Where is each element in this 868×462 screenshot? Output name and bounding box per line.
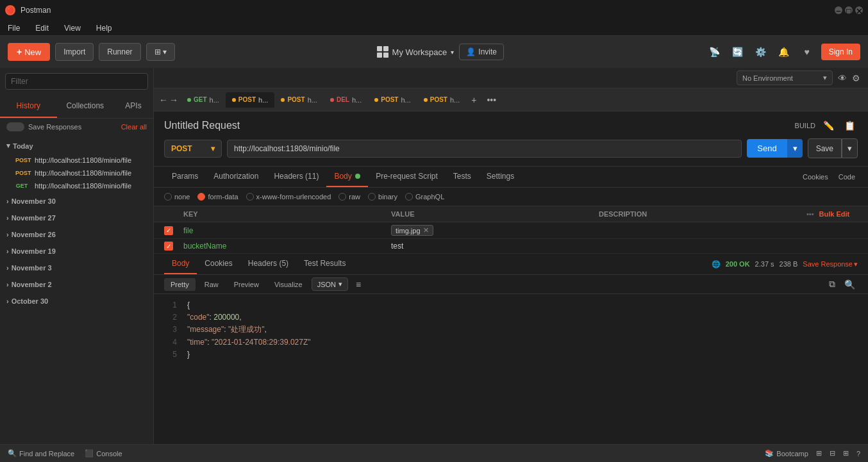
- edit-icon-btn[interactable]: ✏️: [821, 119, 837, 132]
- cookies-link[interactable]: Cookies: [800, 168, 831, 186]
- environment-select[interactable]: No Environment ▾: [737, 70, 833, 85]
- close-button[interactable]: ✕: [855, 6, 863, 14]
- tab-body[interactable]: Body: [326, 167, 368, 187]
- request-tab-2[interactable]: POST h...: [274, 92, 324, 108]
- format-tab-preview[interactable]: Preview: [228, 278, 265, 291]
- add-tab-button[interactable]: +: [466, 92, 481, 108]
- tab-pre-request[interactable]: Pre-request Script: [368, 167, 446, 187]
- more-options-icon[interactable]: •••: [806, 210, 814, 218]
- code-link[interactable]: Code: [836, 168, 858, 186]
- save-dropdown-button[interactable]: ▾: [842, 138, 858, 158]
- find-replace-button[interactable]: 🔍 Find and Replace: [8, 449, 74, 458]
- wrap-text-icon-btn[interactable]: ≡: [353, 278, 363, 291]
- tab-authorization[interactable]: Authorization: [206, 167, 266, 187]
- bell-icon-btn[interactable]: 🔔: [775, 43, 793, 61]
- row-key-1[interactable]: bucketName: [183, 242, 391, 251]
- history-group-nov2-label[interactable]: › November 2: [0, 277, 153, 292]
- bootcamp-button[interactable]: 📚 Bootcamp: [765, 449, 808, 458]
- minimize-button[interactable]: −: [835, 6, 842, 14]
- row-value-1[interactable]: test: [391, 242, 599, 251]
- history-item[interactable]: POST http://localhost:11808/minio/file: [0, 167, 153, 179]
- option-none[interactable]: none: [164, 193, 190, 201]
- send-dropdown-button[interactable]: ▾: [787, 139, 803, 158]
- tab-tests[interactable]: Tests: [446, 167, 479, 187]
- request-tab-0[interactable]: GET h...: [181, 92, 226, 108]
- url-input[interactable]: [227, 140, 742, 158]
- console-button[interactable]: ⬛ Console: [85, 449, 122, 458]
- tab-apis[interactable]: APIs: [113, 95, 153, 118]
- split-icon-btn[interactable]: ⊟: [830, 449, 835, 458]
- format-tab-visualize[interactable]: Visualize: [268, 278, 309, 291]
- history-group-today-label[interactable]: ▾ Today: [0, 138, 153, 154]
- request-tab-1[interactable]: POST h...: [226, 92, 275, 108]
- maximize-button[interactable]: □: [845, 6, 853, 14]
- method-select[interactable]: POST ▾: [164, 140, 222, 158]
- save-response-button[interactable]: Save Response ▾: [803, 260, 858, 268]
- search-input[interactable]: [5, 73, 148, 90]
- response-tab-headers[interactable]: Headers (5): [240, 254, 296, 274]
- import-button[interactable]: Import: [55, 43, 94, 61]
- heart-icon-btn[interactable]: ♥: [798, 43, 816, 61]
- environment-settings-icon-btn[interactable]: ⚙: [852, 73, 860, 83]
- request-tab-3[interactable]: DEL h...: [324, 92, 368, 108]
- menu-edit[interactable]: Edit: [33, 22, 51, 34]
- window-controls[interactable]: − □ ✕: [835, 6, 863, 14]
- bulk-edit-button[interactable]: Bulk Edit: [819, 210, 850, 218]
- clear-all-button[interactable]: Clear all: [121, 123, 147, 131]
- history-group-nov3-label[interactable]: › November 3: [0, 260, 153, 276]
- option-graphql[interactable]: GraphQL: [405, 193, 444, 201]
- history-group-nov26-label[interactable]: › November 26: [0, 227, 153, 242]
- sync-icon-btn[interactable]: 🔄: [729, 43, 747, 61]
- option-binary[interactable]: binary: [368, 193, 397, 201]
- settings-icon-btn[interactable]: ⚙️: [752, 43, 770, 61]
- history-item[interactable]: POST http://localhost:11808/minio/file: [0, 154, 153, 167]
- menu-file[interactable]: File: [5, 22, 22, 34]
- grid-icon-btn[interactable]: ⊞: [843, 449, 849, 458]
- file-remove-icon[interactable]: ✕: [423, 226, 429, 235]
- tab-next-arrow[interactable]: →: [169, 95, 178, 105]
- save-button[interactable]: Save: [808, 138, 842, 158]
- menu-help[interactable]: Help: [94, 22, 115, 34]
- format-tab-pretty[interactable]: Pretty: [164, 278, 196, 291]
- tab-headers[interactable]: Headers (11): [266, 167, 326, 187]
- tab-settings[interactable]: Settings: [479, 167, 522, 187]
- row-checkbox-0[interactable]: ✓: [164, 226, 173, 235]
- sign-in-button[interactable]: Sign In: [821, 44, 860, 60]
- layout-button[interactable]: ⊞ ▾: [146, 43, 175, 61]
- response-tab-body[interactable]: Body: [164, 254, 197, 274]
- more-tabs-button[interactable]: •••: [481, 92, 501, 108]
- workspace-button[interactable]: My Workspace ▾: [377, 46, 455, 58]
- row-checkbox-1[interactable]: ✓: [164, 242, 173, 251]
- format-tab-raw[interactable]: Raw: [198, 278, 225, 291]
- tab-params[interactable]: Params: [164, 167, 206, 187]
- help-icon-btn[interactable]: ?: [856, 450, 860, 458]
- history-group-oct30-label[interactable]: › October 30: [0, 293, 153, 309]
- row-key-0[interactable]: file: [183, 226, 391, 235]
- new-button[interactable]: + New: [8, 43, 50, 61]
- history-group-nov30-label[interactable]: › November 30: [0, 194, 153, 209]
- invite-button[interactable]: 👤 Invite: [459, 44, 504, 60]
- option-form-data[interactable]: form-data: [197, 193, 238, 201]
- menu-view[interactable]: View: [62, 22, 83, 34]
- satellite-icon-btn[interactable]: 📡: [706, 43, 724, 61]
- response-tab-cookies[interactable]: Cookies: [197, 254, 240, 274]
- request-tab-5[interactable]: POST h...: [417, 92, 467, 108]
- format-type-select[interactable]: JSON ▾: [312, 277, 348, 291]
- runner-button[interactable]: Runner: [99, 43, 140, 61]
- response-tab-test-results[interactable]: Test Results: [296, 254, 353, 274]
- save-icon-btn[interactable]: 📋: [842, 119, 858, 132]
- option-urlencoded[interactable]: x-www-form-urlencoded: [246, 193, 331, 201]
- search-icon-btn[interactable]: 🔍: [842, 277, 858, 291]
- tab-collections[interactable]: Collections: [57, 95, 114, 118]
- copy-icon-btn[interactable]: ⧉: [826, 277, 838, 291]
- request-tab-4[interactable]: POST h...: [368, 92, 417, 108]
- save-responses-toggle[interactable]: [6, 122, 24, 131]
- history-item[interactable]: GET http://localhost:11808/minio/file: [0, 179, 153, 192]
- tab-history[interactable]: History: [0, 95, 57, 118]
- history-group-nov27-label[interactable]: › November 27: [0, 210, 153, 226]
- send-button[interactable]: Send: [747, 139, 787, 158]
- environment-view-icon-btn[interactable]: 👁: [838, 73, 847, 83]
- tab-prev-arrow[interactable]: ←: [159, 95, 168, 105]
- history-group-nov19-label[interactable]: › November 19: [0, 243, 153, 259]
- layout-icon-btn[interactable]: ⊞: [816, 449, 822, 458]
